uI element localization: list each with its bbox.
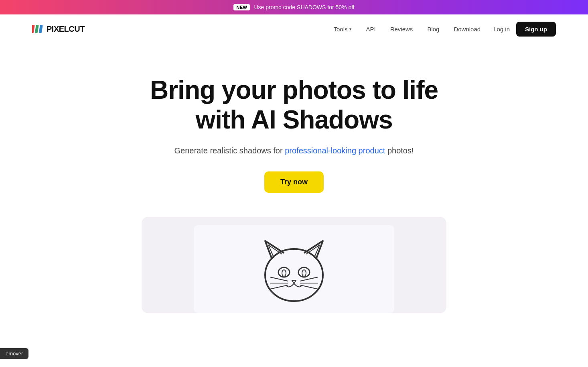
banner-text: Use promo code SHADOWS for 50% off bbox=[254, 4, 354, 10]
try-now-button[interactable]: Try now bbox=[264, 171, 324, 193]
nav-download[interactable]: Download bbox=[454, 26, 481, 33]
svg-rect-0 bbox=[32, 25, 35, 33]
svg-rect-2 bbox=[39, 25, 43, 33]
logo-icon bbox=[32, 24, 43, 34]
navbar: PIXELCUT Tools ▾ API Reviews Blog Downlo… bbox=[0, 14, 588, 43]
demo-container bbox=[142, 217, 446, 313]
nav-actions: Log in Sign up bbox=[493, 22, 556, 37]
nav-links: Tools ▾ API Reviews Blog Download bbox=[333, 26, 481, 33]
promo-banner: NEW Use promo code SHADOWS for 50% off bbox=[0, 0, 588, 14]
svg-line-8 bbox=[270, 277, 288, 281]
hero-section: Bring your photos to life with AI Shadow… bbox=[0, 43, 588, 329]
new-badge: NEW bbox=[233, 4, 250, 10]
cat-wireframe-icon bbox=[250, 229, 338, 309]
bottom-label: emover bbox=[0, 348, 28, 359]
nav-api[interactable]: API bbox=[366, 26, 376, 33]
nav-blog[interactable]: Blog bbox=[427, 26, 439, 33]
hero-subtitle: Generate realistic shadows for professio… bbox=[174, 144, 414, 157]
demo-area bbox=[8, 217, 580, 313]
signup-button[interactable]: Sign up bbox=[516, 22, 556, 37]
svg-point-5 bbox=[298, 267, 310, 277]
svg-rect-1 bbox=[35, 25, 39, 33]
nav-tools[interactable]: Tools ▾ bbox=[333, 26, 351, 33]
login-button[interactable]: Log in bbox=[493, 26, 510, 33]
svg-point-6 bbox=[282, 270, 286, 276]
svg-line-11 bbox=[300, 277, 318, 281]
chevron-down-icon: ▾ bbox=[349, 27, 352, 32]
svg-point-4 bbox=[278, 267, 290, 277]
svg-point-7 bbox=[302, 270, 306, 276]
svg-line-10 bbox=[270, 285, 288, 289]
logo[interactable]: PIXELCUT bbox=[32, 24, 85, 34]
logo-text: PIXELCUT bbox=[47, 24, 85, 34]
svg-line-13 bbox=[300, 285, 318, 289]
demo-inner-card bbox=[194, 225, 394, 313]
nav-reviews[interactable]: Reviews bbox=[390, 26, 413, 33]
logo-slashes-icon bbox=[32, 24, 43, 34]
hero-title: Bring your photos to life with AI Shadow… bbox=[130, 75, 458, 135]
